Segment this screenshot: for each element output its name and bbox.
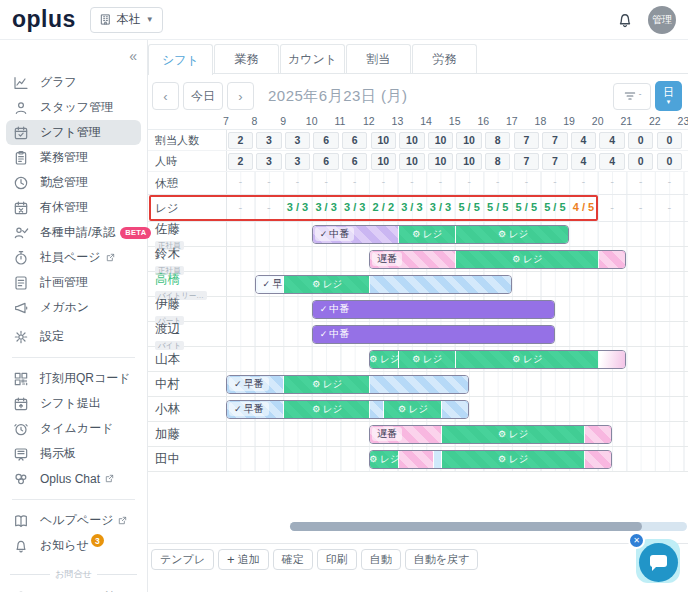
sidebar-item-paid-leave[interactable]: 有休管理 bbox=[0, 195, 147, 220]
tab-count[interactable]: カウント bbox=[280, 44, 345, 73]
shift-segment[interactable] bbox=[370, 376, 469, 393]
count-cell: 10 bbox=[456, 132, 482, 149]
shift-segment[interactable] bbox=[599, 351, 627, 368]
tab-labor[interactable]: 労務 bbox=[412, 44, 477, 73]
count-cell: 0 bbox=[657, 132, 683, 149]
break-cell: - bbox=[598, 176, 627, 187]
sidebar-item-news[interactable]: お知らせ3 bbox=[0, 533, 147, 558]
sidebar-item-attendance[interactable]: 勤怠管理 bbox=[0, 170, 147, 195]
shift-bar[interactable]: ✓中番 bbox=[312, 300, 555, 319]
shift-bar[interactable]: ✓中番⚙レジ⚙レジ bbox=[312, 225, 569, 244]
sidebar-item-requests[interactable]: 各種申請/承認BETA bbox=[0, 220, 147, 245]
shift-segment[interactable]: ✓早番 bbox=[227, 401, 284, 418]
confirm-button[interactable]: 確定 bbox=[273, 549, 313, 570]
shift-segment[interactable]: ✓中番 bbox=[313, 301, 555, 318]
day-view-button[interactable]: 日 ▼ bbox=[655, 81, 682, 111]
next-day-button[interactable]: › bbox=[227, 82, 254, 110]
sidebar-item-graph[interactable]: グラフ bbox=[0, 70, 147, 95]
sidebar-item-boards[interactable]: 掲示板 bbox=[0, 441, 147, 466]
notification-bell-icon[interactable] bbox=[616, 11, 634, 29]
shift-bar[interactable]: 遅番⚙レジ bbox=[369, 250, 626, 269]
shift-bar[interactable]: ✓早番⚙レジ⚙レジ bbox=[226, 400, 469, 419]
sidebar-item-megaphone[interactable]: メガホン bbox=[0, 295, 147, 320]
shift-segment[interactable] bbox=[599, 251, 627, 268]
shift-segment[interactable] bbox=[370, 401, 384, 418]
sidebar-item-timecard[interactable]: タイムカード bbox=[0, 416, 147, 441]
shift-bar[interactable]: ✓早番⚙レジ bbox=[226, 375, 469, 394]
today-button[interactable]: 今日 bbox=[183, 82, 223, 110]
sidebar-item-help[interactable]: ヘルプページ bbox=[0, 508, 147, 533]
shift-bar[interactable]: ⚙レジ⚙レジ bbox=[369, 450, 612, 469]
sidebar-item-work[interactable]: 業務管理 bbox=[0, 145, 147, 170]
avatar[interactable]: 管理 bbox=[648, 6, 676, 34]
prev-day-button[interactable]: ‹ bbox=[152, 82, 179, 110]
shift-segment[interactable]: ✓早番 bbox=[227, 376, 284, 393]
assignment-segment-reji[interactable]: ⚙レジ bbox=[284, 276, 370, 293]
tab-work[interactable]: 業務 bbox=[214, 44, 279, 73]
segment-label: ✓早 bbox=[258, 277, 288, 291]
sidebar-item-settings[interactable]: 設定 bbox=[0, 324, 147, 349]
sidebar-item-staff[interactable]: スタッフ管理 bbox=[0, 95, 147, 120]
tab-shift[interactable]: シフト bbox=[148, 44, 213, 75]
add-button[interactable]: +追加 bbox=[218, 549, 269, 570]
shift-bar[interactable]: ✓早⚙レジ bbox=[255, 275, 512, 294]
print-button[interactable]: 印刷 bbox=[317, 549, 357, 570]
chat-launcher-button[interactable] bbox=[639, 543, 678, 582]
assignment-segment-reji[interactable]: ⚙レジ bbox=[399, 351, 456, 368]
assignment-segment-reji[interactable]: ⚙レジ bbox=[384, 401, 441, 418]
staff-name: 渡辺 bbox=[155, 323, 184, 336]
assignment-segment-reji[interactable]: ⚙レジ bbox=[284, 401, 370, 418]
office-selector[interactable]: 本社 ▼ bbox=[90, 7, 163, 33]
gear-icon: ⚙ bbox=[412, 354, 420, 364]
assignment-segment-reji[interactable]: ⚙レジ bbox=[284, 376, 370, 393]
oplus-logo: oplus bbox=[12, 6, 76, 33]
hour-label: 8 bbox=[252, 115, 258, 127]
tab-assign[interactable]: 割当 bbox=[346, 44, 411, 73]
sidebar-item-plan[interactable]: 計画管理 bbox=[0, 270, 147, 295]
count-cell: 10 bbox=[399, 132, 425, 149]
sidebar-item-faq[interactable]: よくあるご質問 bbox=[0, 585, 147, 592]
template-button[interactable]: テンプレ bbox=[151, 549, 214, 570]
assignment-segment-reji[interactable]: ⚙レジ bbox=[456, 351, 599, 368]
assignment-segment-reji[interactable]: ⚙レジ bbox=[399, 226, 456, 243]
segment-label: ✓早番 bbox=[229, 402, 269, 416]
shift-segment[interactable] bbox=[434, 451, 441, 468]
shift-segment[interactable]: 遅番 bbox=[370, 426, 442, 443]
sidebar-item-employee-page[interactable]: 社員ページ bbox=[0, 245, 147, 270]
sidebar-collapse-button[interactable]: « bbox=[129, 48, 137, 64]
shift-bar[interactable]: ✓中番 bbox=[312, 325, 555, 344]
sidebar-item-shift[interactable]: シフト管理 bbox=[6, 120, 141, 145]
assignment-segment-reji[interactable]: ⚙レジ bbox=[370, 351, 399, 368]
assignment-segment-reji[interactable]: ⚙レジ bbox=[370, 451, 399, 468]
shift-bar[interactable]: ⚙レジ⚙レジ⚙レジ bbox=[369, 350, 626, 369]
count-cell: 4 bbox=[599, 153, 625, 170]
hour-label: 14 bbox=[420, 115, 432, 127]
coverage-cell: 3 / 3 bbox=[426, 201, 455, 213]
auto-revert-button[interactable]: 自動を戻す bbox=[405, 549, 479, 570]
shift-segment[interactable]: ✓中番 bbox=[313, 226, 399, 243]
shift-segment[interactable] bbox=[370, 276, 512, 293]
shift-segment[interactable] bbox=[585, 426, 613, 443]
chat-close-button[interactable]: ✕ bbox=[628, 532, 645, 549]
sidebar-item-shift-submit[interactable]: シフト提出 bbox=[0, 391, 147, 416]
sidebar-item-qr-code[interactable]: 打刻用QRコード bbox=[0, 366, 147, 391]
auto-button[interactable]: 自動 bbox=[361, 549, 401, 570]
coverage-cell: 4 / 5 bbox=[569, 201, 598, 213]
shift-segment[interactable]: ✓中番 bbox=[313, 326, 555, 343]
shift-bar[interactable]: 遅番⚙レジ bbox=[369, 425, 612, 444]
horizontal-scrollbar-thumb[interactable] bbox=[290, 522, 642, 531]
assignment-segment-reji[interactable]: ⚙レジ bbox=[442, 426, 585, 443]
assignment-segment-reji[interactable]: ⚙レジ bbox=[456, 226, 569, 243]
shift-segment[interactable] bbox=[585, 451, 613, 468]
shift-segment[interactable] bbox=[442, 401, 470, 418]
assignment-segment-reji[interactable]: ⚙レジ bbox=[456, 251, 599, 268]
assignment-segment-reji[interactable]: ⚙レジ bbox=[442, 451, 585, 468]
hour-label: 13 bbox=[392, 115, 404, 127]
filter-button[interactable]: ˇ bbox=[613, 83, 651, 110]
sidebar-item-oplus-chat[interactable]: Oplus Chat bbox=[0, 466, 147, 491]
count-cell: 10 bbox=[428, 153, 454, 170]
shift-segment[interactable]: ✓早 bbox=[256, 276, 285, 293]
hour-label: 16 bbox=[477, 115, 489, 127]
shift-segment[interactable]: 遅番 bbox=[370, 251, 456, 268]
shift-segment[interactable] bbox=[399, 451, 435, 468]
